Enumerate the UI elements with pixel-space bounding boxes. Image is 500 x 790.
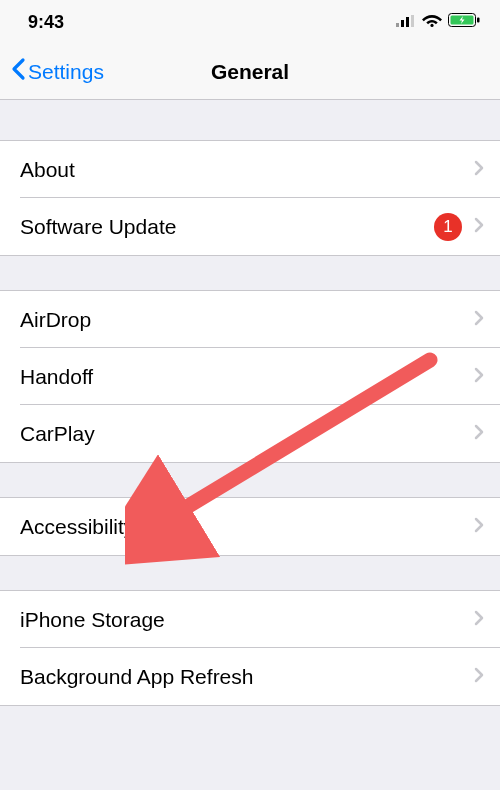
status-time: 9:43	[28, 12, 64, 33]
row-label: Background App Refresh	[20, 665, 474, 689]
svg-rect-3	[411, 15, 414, 27]
wifi-icon	[422, 13, 442, 31]
row-iphone-storage[interactable]: iPhone Storage	[0, 591, 500, 648]
chevron-right-icon	[474, 517, 484, 537]
chevron-right-icon	[474, 217, 484, 237]
row-label: Accessibility	[20, 515, 474, 539]
svg-rect-2	[406, 17, 409, 27]
status-icons	[396, 13, 480, 31]
section-storage: iPhone Storage Background App Refresh	[0, 590, 500, 706]
chevron-right-icon	[474, 610, 484, 630]
section-accessibility: Accessibility	[0, 497, 500, 556]
cellular-icon	[396, 13, 416, 31]
battery-icon	[448, 13, 480, 31]
chevron-right-icon	[474, 667, 484, 687]
section-connectivity: AirDrop Handoff CarPlay	[0, 290, 500, 463]
row-label: Software Update	[20, 215, 434, 239]
svg-rect-0	[396, 23, 399, 27]
row-handoff[interactable]: Handoff	[0, 348, 500, 405]
chevron-right-icon	[474, 310, 484, 330]
chevron-left-icon	[10, 57, 26, 86]
row-carplay[interactable]: CarPlay	[0, 405, 500, 462]
svg-rect-7	[477, 18, 480, 23]
status-bar: 9:43	[0, 0, 500, 44]
svg-point-4	[430, 24, 433, 27]
section-about: About Software Update 1	[0, 140, 500, 256]
back-button[interactable]: Settings	[0, 57, 104, 86]
row-label: Handoff	[20, 365, 474, 389]
row-label: CarPlay	[20, 422, 474, 446]
row-label: About	[20, 158, 474, 182]
row-airdrop[interactable]: AirDrop	[0, 291, 500, 348]
page-title: General	[211, 60, 289, 84]
row-label: AirDrop	[20, 308, 474, 332]
row-software-update[interactable]: Software Update 1	[0, 198, 500, 255]
svg-rect-1	[401, 20, 404, 27]
chevron-right-icon	[474, 160, 484, 180]
nav-bar: Settings General	[0, 44, 500, 100]
settings-list: About Software Update 1 AirDrop Handoff	[0, 140, 500, 706]
row-about[interactable]: About	[0, 141, 500, 198]
row-label: iPhone Storage	[20, 608, 474, 632]
back-label: Settings	[28, 60, 104, 84]
row-accessibility[interactable]: Accessibility	[0, 498, 500, 555]
chevron-right-icon	[474, 367, 484, 387]
row-background-app-refresh[interactable]: Background App Refresh	[0, 648, 500, 705]
chevron-right-icon	[474, 424, 484, 444]
notification-badge: 1	[434, 213, 462, 241]
